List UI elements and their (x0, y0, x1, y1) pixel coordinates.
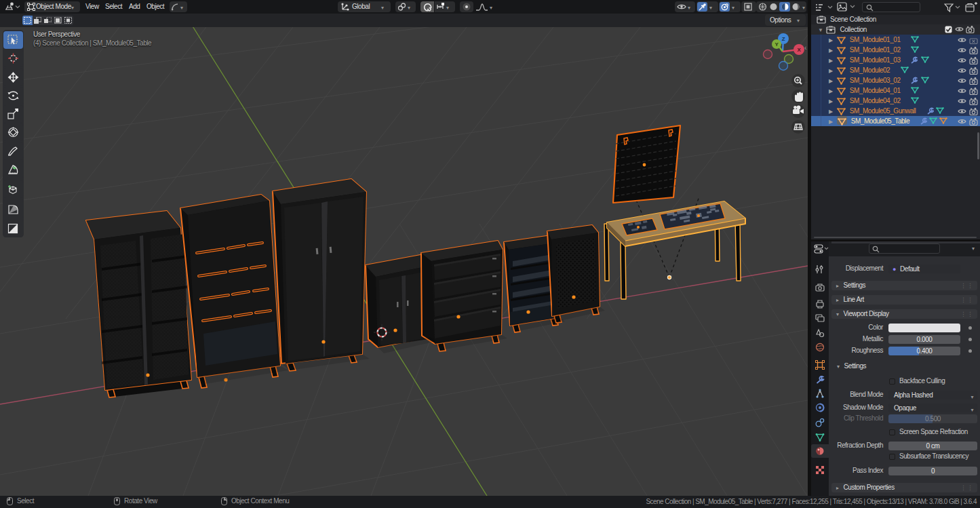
svg-text:Z: Z (782, 36, 785, 42)
svg-text:‹: ‹ (804, 44, 806, 52)
